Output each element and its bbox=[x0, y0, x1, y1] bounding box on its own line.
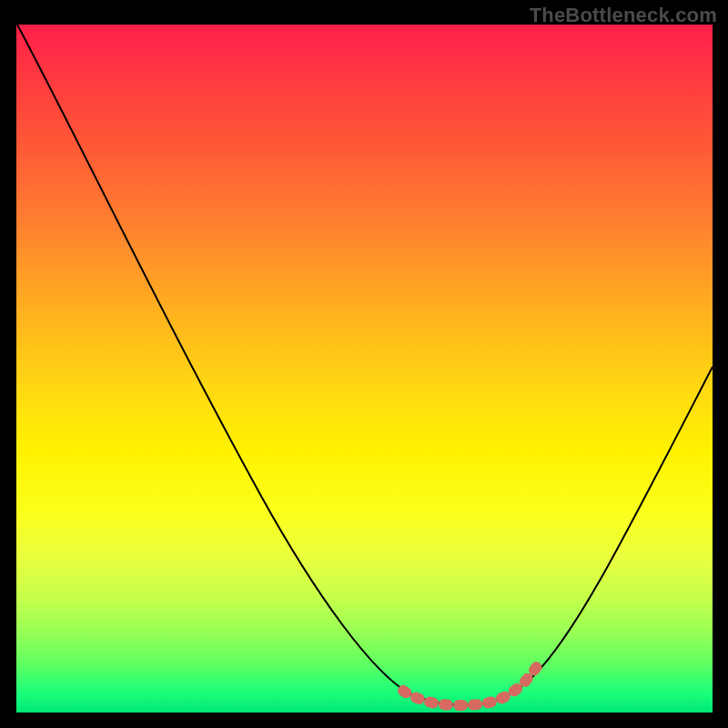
bottleneck-curve bbox=[17, 25, 713, 705]
chart-area bbox=[16, 25, 713, 713]
optimal-zone-highlight bbox=[403, 665, 538, 705]
watermark-text: TheBottleneck.com bbox=[530, 4, 717, 27]
curve-svg bbox=[16, 25, 713, 713]
